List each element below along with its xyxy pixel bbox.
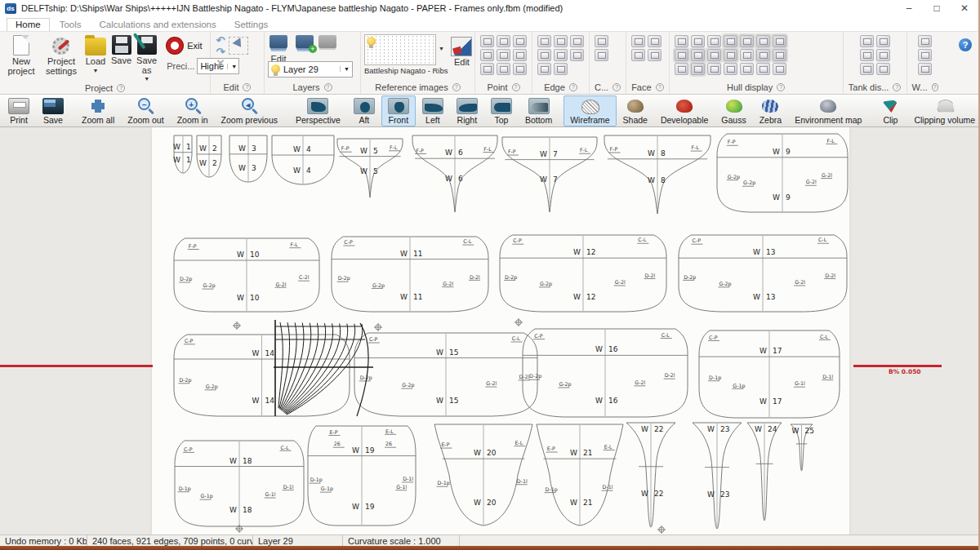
developable-button[interactable]: Developable <box>654 95 715 126</box>
face-tool-icon[interactable] <box>631 35 645 47</box>
hull-display-tool-icon[interactable] <box>740 49 754 61</box>
hull-display-tool-icon[interactable] <box>707 49 721 61</box>
print-button[interactable]: Print <box>2 95 36 126</box>
bottom-button[interactable]: Bottom <box>519 95 559 126</box>
load-button[interactable]: Load ▼ <box>83 34 108 74</box>
edge-tool-icon[interactable] <box>537 49 551 61</box>
edge-tool-icon[interactable] <box>570 35 584 47</box>
layer-select[interactable]: Layer 29 ▼ <box>268 61 353 78</box>
hull-display-tool-icon[interactable] <box>691 49 705 61</box>
save-button[interactable]: Save <box>36 95 70 126</box>
help-icon[interactable]: ? <box>512 83 520 91</box>
hull-display-tool-icon[interactable] <box>675 63 688 75</box>
point-tool-icon[interactable] <box>497 49 510 61</box>
ribbon-help-icon[interactable]: ? <box>959 38 972 51</box>
tank-display-tool-icon[interactable] <box>860 35 874 47</box>
zoom-previous-button[interactable]: ◂Zoom previous <box>215 95 284 126</box>
drawing-canvas[interactable]: W1W1W2W2W3W3W4W4W5W5F-PF-LW6W6F-PF-LW7W7… <box>0 127 978 534</box>
help-icon[interactable]: ? <box>893 83 901 91</box>
help-icon[interactable]: ? <box>243 83 251 91</box>
hull-display-tool-icon[interactable] <box>773 63 786 75</box>
windows-tool-icon[interactable] <box>918 63 932 75</box>
clipping-volume-button[interactable]: Clipping volume <box>907 95 980 126</box>
zebra-button[interactable]: Zebra <box>753 95 788 126</box>
help-icon[interactable]: ? <box>777 83 785 91</box>
edge-tool-icon[interactable] <box>537 63 551 75</box>
hull-display-tool-icon[interactable] <box>756 35 770 47</box>
windows-tool-icon[interactable] <box>918 35 932 47</box>
new-project-button[interactable]: New project <box>3 34 39 77</box>
point-tool-icon[interactable] <box>513 35 527 47</box>
zoom-out-button[interactable]: −Zoom out <box>121 95 170 126</box>
tank-display-tool-icon[interactable] <box>876 35 890 47</box>
save-button[interactable]: Save <box>109 34 133 67</box>
face-tool-icon[interactable] <box>631 49 645 61</box>
reference-edit-button[interactable]: Edit <box>449 36 474 69</box>
point-tool-icon[interactable] <box>497 63 510 75</box>
help-icon[interactable]: ? <box>612 83 621 91</box>
point-tool-icon[interactable] <box>497 35 510 47</box>
help-icon[interactable]: ? <box>569 83 577 91</box>
menu-settings[interactable]: Settings <box>226 19 277 31</box>
hull-display-tool-icon[interactable] <box>707 63 721 75</box>
curve-tool-icon[interactable] <box>595 35 608 47</box>
hull-display-tool-icon[interactable] <box>740 63 754 75</box>
close-button[interactable]: ✕ <box>951 0 978 16</box>
auto-group-layer-icon[interactable] <box>318 35 336 48</box>
right-button[interactable]: Right <box>450 95 484 126</box>
edge-tool-icon[interactable] <box>554 63 568 75</box>
save-as-button[interactable]: Save as ▼ <box>135 34 158 82</box>
wireframe-button[interactable]: Wireframe <box>564 95 616 126</box>
top-button[interactable]: Top <box>484 95 519 126</box>
add-layer-icon[interactable] <box>296 35 314 48</box>
hull-display-tool-icon[interactable] <box>675 49 688 61</box>
edge-tool-icon[interactable] <box>554 49 568 61</box>
help-icon[interactable]: ? <box>117 84 125 92</box>
maximize-button[interactable]: □ <box>923 0 951 16</box>
hull-display-tool-icon[interactable] <box>756 49 770 61</box>
minimize-button[interactable]: – <box>895 0 923 16</box>
hull-display-tool-icon[interactable] <box>724 35 737 47</box>
edge-tool-icon[interactable] <box>554 35 568 47</box>
tank-display-tool-icon[interactable] <box>876 49 890 61</box>
perspective-button[interactable]: Perspective <box>289 95 347 126</box>
hull-display-tool-icon[interactable] <box>724 49 737 61</box>
edge-tool-icon[interactable] <box>570 49 584 61</box>
zoom-all-button[interactable]: Zoom all <box>75 95 121 126</box>
point-tool-icon[interactable] <box>480 49 494 61</box>
help-icon[interactable]: ? <box>324 83 332 91</box>
hull-display-tool-icon[interactable] <box>675 35 688 47</box>
help-icon[interactable]: ? <box>656 83 664 91</box>
windows-tool-icon[interactable] <box>918 49 932 61</box>
curve-tool-icon[interactable] <box>595 49 608 61</box>
point-tool-icon[interactable] <box>480 35 494 47</box>
gauss-button[interactable]: Gauss <box>715 95 752 126</box>
reference-image-thumbnail[interactable] <box>364 34 436 65</box>
zoom-in-button[interactable]: +Zoom in <box>171 95 215 126</box>
edge-tool-icon[interactable] <box>537 35 551 47</box>
tank-display-tool-icon[interactable] <box>876 63 890 75</box>
front-button[interactable]: Front <box>381 95 416 126</box>
left-button[interactable]: Left <box>416 95 450 126</box>
delete-icon[interactable]: ✕ <box>214 59 227 69</box>
point-tool-icon[interactable] <box>513 63 527 75</box>
hull-display-tool-icon[interactable] <box>691 35 705 47</box>
hull-display-tool-icon[interactable] <box>724 63 737 75</box>
menu-tools[interactable]: Tools <box>51 19 90 31</box>
tank-display-tool-icon[interactable] <box>860 63 874 75</box>
chevron-down-icon[interactable]: ▼ <box>439 46 444 51</box>
hull-display-tool-icon[interactable] <box>756 63 770 75</box>
help-icon[interactable]: ? <box>932 83 938 91</box>
hull-display-tool-icon[interactable] <box>691 63 705 75</box>
hull-display-tool-icon[interactable] <box>773 35 786 47</box>
menu-calculations[interactable]: Calculations and extensions <box>91 19 225 31</box>
hull-display-tool-icon[interactable] <box>740 35 754 47</box>
shade-button[interactable]: Shade <box>617 95 654 126</box>
hull-display-tool-icon[interactable] <box>707 35 721 47</box>
clip-button[interactable]: Clip <box>873 95 907 126</box>
environment-map-button[interactable]: Environment map <box>788 95 868 126</box>
face-tool-icon[interactable] <box>648 35 662 47</box>
menu-home[interactable]: Home <box>7 18 50 31</box>
face-tool-icon[interactable] <box>648 49 662 61</box>
point-tool-icon[interactable] <box>480 63 494 75</box>
